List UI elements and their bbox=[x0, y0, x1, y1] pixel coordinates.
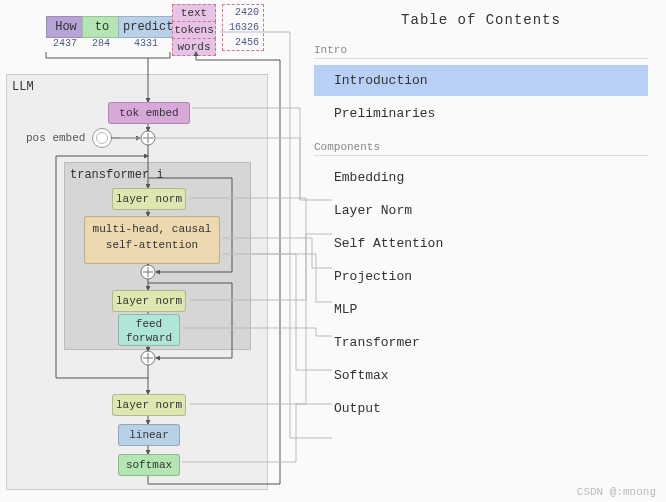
toc-panel: Table of Contents Intro Introduction Pre… bbox=[300, 0, 666, 502]
toc-item-preliminaries[interactable]: Preliminaries bbox=[314, 98, 648, 129]
toc-item-mlp[interactable]: MLP bbox=[314, 294, 648, 325]
toc-item-output[interactable]: Output bbox=[314, 393, 648, 424]
ffwd-line2: forward bbox=[119, 331, 179, 345]
watermark: CSDN @:mnong bbox=[577, 486, 656, 498]
toc-section-intro: Intro bbox=[314, 44, 648, 59]
toc-section-components: Components bbox=[314, 141, 648, 156]
tok-embed-block: tok embed bbox=[108, 102, 190, 124]
toc-title: Table of Contents bbox=[314, 12, 648, 28]
toc-item-introduction[interactable]: Introduction bbox=[314, 65, 648, 96]
layernorm-3-block: layer norm bbox=[112, 394, 186, 416]
layernorm-1-block: layer norm bbox=[112, 188, 186, 210]
linear-block: linear bbox=[118, 424, 180, 446]
toc-item-transformer[interactable]: Transformer bbox=[314, 327, 648, 358]
self-attention-block: multi-head, causal self-attention bbox=[84, 216, 220, 264]
feedforward-block: feed forward bbox=[118, 314, 180, 346]
diagram-panel: LLM transformer i How to predict text to… bbox=[0, 0, 300, 502]
toc-item-embedding[interactable]: Embedding bbox=[314, 162, 648, 193]
attn-line1: multi-head, causal bbox=[85, 221, 219, 237]
toc-item-softmax[interactable]: Softmax bbox=[314, 360, 648, 391]
toc-item-self-attention[interactable]: Self Attention bbox=[314, 228, 648, 259]
toc-item-projection[interactable]: Projection bbox=[314, 261, 648, 292]
toc-item-layernorm[interactable]: Layer Norm bbox=[314, 195, 648, 226]
attn-line2: self-attention bbox=[85, 237, 219, 253]
ffwd-line1: feed bbox=[119, 317, 179, 331]
softmax-block: softmax bbox=[118, 454, 180, 476]
layernorm-2-block: layer norm bbox=[112, 290, 186, 312]
